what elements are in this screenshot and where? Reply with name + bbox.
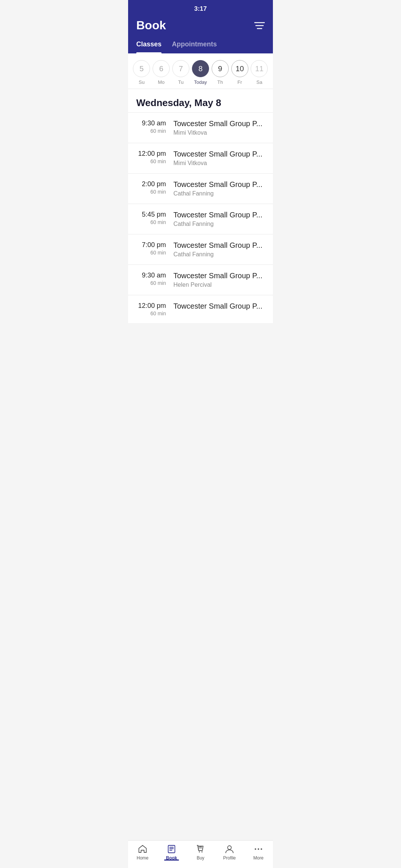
class-name: Towcester Small Group P... bbox=[173, 211, 265, 219]
time-duration: 60 min bbox=[136, 250, 166, 256]
class-name: Towcester Small Group P... bbox=[173, 180, 265, 189]
calendar-strip: 5 Su 6 Mo 7 Tu 8 Today 9 Th 10 Fr bbox=[128, 53, 273, 89]
day-number-9: 9 bbox=[212, 60, 229, 77]
day-number-7: 7 bbox=[172, 60, 189, 77]
calendar-day-9[interactable]: 9 Th bbox=[211, 60, 229, 85]
page-title: Book bbox=[136, 19, 166, 37]
list-item[interactable]: 12:00 pm 60 min Towcester Small Group P.… bbox=[128, 143, 273, 173]
list-item[interactable]: 7:00 pm 60 min Towcester Small Group P..… bbox=[128, 234, 273, 264]
day-number-10: 10 bbox=[231, 60, 248, 77]
time-main: 9:30 am bbox=[136, 272, 166, 279]
status-time: 3:17 bbox=[194, 5, 207, 12]
day-number-6: 6 bbox=[153, 60, 170, 77]
time-duration: 60 min bbox=[136, 128, 166, 134]
class-block: Towcester Small Group P... Helen Perciva… bbox=[173, 272, 265, 288]
list-item[interactable]: 12:00 pm 60 min Towcester Small Group P.… bbox=[128, 295, 273, 323]
time-duration: 60 min bbox=[136, 280, 166, 286]
calendar-day-7[interactable]: 7 Tu bbox=[172, 60, 190, 85]
time-duration: 60 min bbox=[136, 158, 166, 164]
day-label-10: Fr bbox=[238, 79, 242, 85]
time-main: 7:00 pm bbox=[136, 241, 166, 249]
list-item[interactable]: 9:30 am 60 min Towcester Small Group P..… bbox=[128, 264, 273, 295]
class-instructor: Cathal Fanning bbox=[173, 190, 265, 197]
filter-button[interactable] bbox=[254, 22, 265, 30]
status-bar: 3:17 bbox=[128, 0, 273, 15]
class-instructor: Cathal Fanning bbox=[173, 221, 265, 227]
list-item[interactable]: 2:00 pm 60 min Towcester Small Group P..… bbox=[128, 173, 273, 204]
list-item[interactable]: 5:45 pm 60 min Towcester Small Group P..… bbox=[128, 204, 273, 234]
class-name: Towcester Small Group P... bbox=[173, 119, 265, 128]
day-number-8: 8 bbox=[192, 60, 209, 77]
calendar-day-5[interactable]: 5 Su bbox=[133, 60, 150, 85]
day-label-8: Today bbox=[194, 79, 207, 85]
calendar-day-11[interactable]: 11 Sa bbox=[250, 60, 268, 85]
class-block: Towcester Small Group P... Cathal Fannin… bbox=[173, 241, 265, 258]
class-instructor: Mimi Vitkova bbox=[173, 160, 265, 167]
time-block: 5:45 pm 60 min bbox=[136, 211, 173, 225]
time-block: 7:00 pm 60 min bbox=[136, 241, 173, 256]
class-instructor: Cathal Fanning bbox=[173, 251, 265, 258]
list-item[interactable]: 9:30 am 60 min Towcester Small Group P..… bbox=[128, 112, 273, 143]
class-block: Towcester Small Group P... Cathal Fannin… bbox=[173, 211, 265, 227]
time-duration: 60 min bbox=[136, 310, 166, 316]
time-duration: 60 min bbox=[136, 219, 166, 225]
header: Book bbox=[128, 15, 273, 37]
day-label-6: Mo bbox=[158, 79, 164, 85]
schedule-list: 9:30 am 60 min Towcester Small Group P..… bbox=[128, 112, 273, 323]
time-block: 12:00 pm 60 min bbox=[136, 302, 173, 316]
day-label-11: Sa bbox=[257, 79, 263, 85]
class-name: Towcester Small Group P... bbox=[173, 302, 265, 310]
time-block: 9:30 am 60 min bbox=[136, 272, 173, 286]
class-name: Towcester Small Group P... bbox=[173, 272, 265, 280]
time-block: 9:30 am 60 min bbox=[136, 119, 173, 134]
time-block: 12:00 pm 60 min bbox=[136, 150, 173, 164]
day-label-9: Th bbox=[217, 79, 223, 85]
calendar-day-8-today[interactable]: 8 Today bbox=[192, 60, 209, 85]
day-label-5: Su bbox=[138, 79, 144, 85]
time-duration: 60 min bbox=[136, 189, 166, 195]
day-number-11: 11 bbox=[251, 60, 268, 77]
tab-classes[interactable]: Classes bbox=[136, 37, 162, 53]
class-name: Towcester Small Group P... bbox=[173, 150, 265, 158]
time-main: 12:00 pm bbox=[136, 150, 166, 158]
class-name: Towcester Small Group P... bbox=[173, 241, 265, 250]
class-block: Towcester Small Group P... Mimi Vitkova bbox=[173, 150, 265, 167]
class-block: Towcester Small Group P... bbox=[173, 302, 265, 312]
class-instructor: Mimi Vitkova bbox=[173, 129, 265, 136]
time-block: 2:00 pm 60 min bbox=[136, 180, 173, 195]
time-main: 12:00 pm bbox=[136, 302, 166, 310]
class-block: Towcester Small Group P... Mimi Vitkova bbox=[173, 119, 265, 136]
tab-appointments[interactable]: Appointments bbox=[172, 37, 217, 53]
tab-bar: Classes Appointments bbox=[128, 37, 273, 53]
class-block: Towcester Small Group P... Cathal Fannin… bbox=[173, 180, 265, 197]
day-number-5: 5 bbox=[133, 60, 150, 77]
time-main: 5:45 pm bbox=[136, 211, 166, 218]
day-label-7: Tu bbox=[178, 79, 184, 85]
time-main: 9:30 am bbox=[136, 119, 166, 127]
date-heading: Wednesday, May 8 bbox=[128, 89, 273, 112]
time-main: 2:00 pm bbox=[136, 180, 166, 188]
class-instructor: Helen Percival bbox=[173, 282, 265, 288]
calendar-day-10[interactable]: 10 Fr bbox=[231, 60, 249, 85]
calendar-day-6[interactable]: 6 Mo bbox=[152, 60, 170, 85]
